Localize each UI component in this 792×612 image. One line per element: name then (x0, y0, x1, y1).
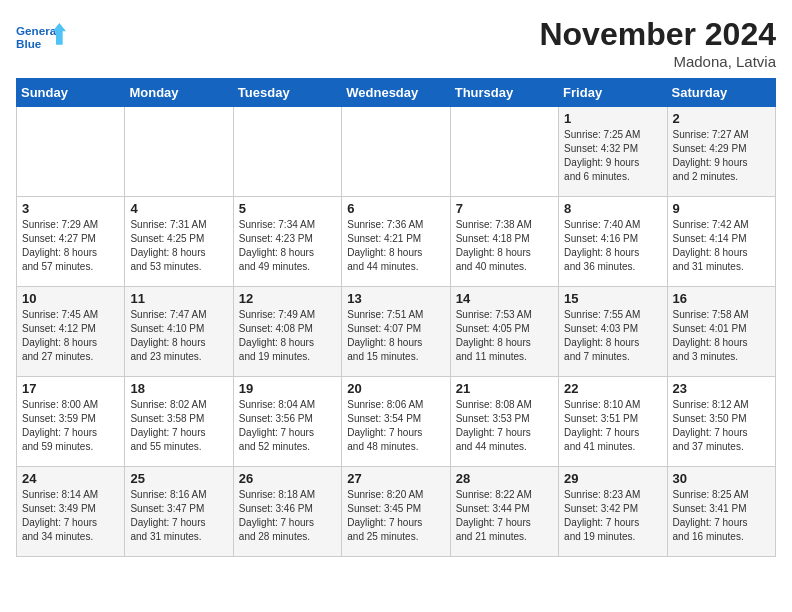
day-number: 5 (239, 201, 336, 216)
day-header-tuesday: Tuesday (233, 79, 341, 107)
calendar-cell: 18Sunrise: 8:02 AM Sunset: 3:58 PM Dayli… (125, 377, 233, 467)
day-info: Sunrise: 7:31 AM Sunset: 4:25 PM Dayligh… (130, 218, 227, 274)
day-info: Sunrise: 8:10 AM Sunset: 3:51 PM Dayligh… (564, 398, 661, 454)
day-header-monday: Monday (125, 79, 233, 107)
day-number: 6 (347, 201, 444, 216)
calendar-cell: 11Sunrise: 7:47 AM Sunset: 4:10 PM Dayli… (125, 287, 233, 377)
day-number: 8 (564, 201, 661, 216)
day-number: 26 (239, 471, 336, 486)
day-info: Sunrise: 8:25 AM Sunset: 3:41 PM Dayligh… (673, 488, 770, 544)
day-number: 11 (130, 291, 227, 306)
day-info: Sunrise: 7:38 AM Sunset: 4:18 PM Dayligh… (456, 218, 553, 274)
day-number: 27 (347, 471, 444, 486)
day-info: Sunrise: 7:34 AM Sunset: 4:23 PM Dayligh… (239, 218, 336, 274)
day-info: Sunrise: 8:02 AM Sunset: 3:58 PM Dayligh… (130, 398, 227, 454)
calendar-cell: 17Sunrise: 8:00 AM Sunset: 3:59 PM Dayli… (17, 377, 125, 467)
day-info: Sunrise: 8:14 AM Sunset: 3:49 PM Dayligh… (22, 488, 119, 544)
svg-text:Blue: Blue (16, 37, 42, 50)
calendar-cell: 29Sunrise: 8:23 AM Sunset: 3:42 PM Dayli… (559, 467, 667, 557)
calendar-cell: 26Sunrise: 8:18 AM Sunset: 3:46 PM Dayli… (233, 467, 341, 557)
day-number: 7 (456, 201, 553, 216)
day-info: Sunrise: 8:00 AM Sunset: 3:59 PM Dayligh… (22, 398, 119, 454)
day-info: Sunrise: 7:29 AM Sunset: 4:27 PM Dayligh… (22, 218, 119, 274)
day-info: Sunrise: 7:27 AM Sunset: 4:29 PM Dayligh… (673, 128, 770, 184)
calendar-cell: 9Sunrise: 7:42 AM Sunset: 4:14 PM Daylig… (667, 197, 775, 287)
day-header-thursday: Thursday (450, 79, 558, 107)
calendar-body: 1Sunrise: 7:25 AM Sunset: 4:32 PM Daylig… (17, 107, 776, 557)
calendar-cell: 19Sunrise: 8:04 AM Sunset: 3:56 PM Dayli… (233, 377, 341, 467)
calendar-cell: 4Sunrise: 7:31 AM Sunset: 4:25 PM Daylig… (125, 197, 233, 287)
calendar-cell: 27Sunrise: 8:20 AM Sunset: 3:45 PM Dayli… (342, 467, 450, 557)
calendar-cell: 6Sunrise: 7:36 AM Sunset: 4:21 PM Daylig… (342, 197, 450, 287)
day-number: 20 (347, 381, 444, 396)
day-number: 15 (564, 291, 661, 306)
day-number: 22 (564, 381, 661, 396)
calendar-cell: 7Sunrise: 7:38 AM Sunset: 4:18 PM Daylig… (450, 197, 558, 287)
logo: General Blue (16, 16, 66, 60)
day-number: 13 (347, 291, 444, 306)
calendar-header-row: SundayMondayTuesdayWednesdayThursdayFrid… (17, 79, 776, 107)
day-number: 1 (564, 111, 661, 126)
day-number: 23 (673, 381, 770, 396)
svg-text:General: General (16, 24, 59, 37)
day-info: Sunrise: 8:06 AM Sunset: 3:54 PM Dayligh… (347, 398, 444, 454)
day-header-friday: Friday (559, 79, 667, 107)
day-header-saturday: Saturday (667, 79, 775, 107)
day-number: 12 (239, 291, 336, 306)
calendar-week-row: 3Sunrise: 7:29 AM Sunset: 4:27 PM Daylig… (17, 197, 776, 287)
calendar-cell: 23Sunrise: 8:12 AM Sunset: 3:50 PM Dayli… (667, 377, 775, 467)
calendar-week-row: 17Sunrise: 8:00 AM Sunset: 3:59 PM Dayli… (17, 377, 776, 467)
day-info: Sunrise: 8:23 AM Sunset: 3:42 PM Dayligh… (564, 488, 661, 544)
calendar-cell: 28Sunrise: 8:22 AM Sunset: 3:44 PM Dayli… (450, 467, 558, 557)
day-number: 16 (673, 291, 770, 306)
day-number: 18 (130, 381, 227, 396)
day-number: 10 (22, 291, 119, 306)
calendar-cell: 14Sunrise: 7:53 AM Sunset: 4:05 PM Dayli… (450, 287, 558, 377)
day-info: Sunrise: 7:45 AM Sunset: 4:12 PM Dayligh… (22, 308, 119, 364)
calendar-cell: 1Sunrise: 7:25 AM Sunset: 4:32 PM Daylig… (559, 107, 667, 197)
calendar-cell (125, 107, 233, 197)
calendar-week-row: 10Sunrise: 7:45 AM Sunset: 4:12 PM Dayli… (17, 287, 776, 377)
calendar-cell (342, 107, 450, 197)
day-info: Sunrise: 7:47 AM Sunset: 4:10 PM Dayligh… (130, 308, 227, 364)
day-number: 9 (673, 201, 770, 216)
calendar-cell: 3Sunrise: 7:29 AM Sunset: 4:27 PM Daylig… (17, 197, 125, 287)
calendar-cell: 30Sunrise: 8:25 AM Sunset: 3:41 PM Dayli… (667, 467, 775, 557)
calendar-cell: 22Sunrise: 8:10 AM Sunset: 3:51 PM Dayli… (559, 377, 667, 467)
day-number: 14 (456, 291, 553, 306)
calendar-cell: 13Sunrise: 7:51 AM Sunset: 4:07 PM Dayli… (342, 287, 450, 377)
day-info: Sunrise: 7:40 AM Sunset: 4:16 PM Dayligh… (564, 218, 661, 274)
day-number: 29 (564, 471, 661, 486)
calendar-cell (233, 107, 341, 197)
day-number: 24 (22, 471, 119, 486)
calendar-cell: 2Sunrise: 7:27 AM Sunset: 4:29 PM Daylig… (667, 107, 775, 197)
day-number: 2 (673, 111, 770, 126)
day-info: Sunrise: 7:58 AM Sunset: 4:01 PM Dayligh… (673, 308, 770, 364)
logo-svg: General Blue (16, 16, 66, 60)
day-info: Sunrise: 7:55 AM Sunset: 4:03 PM Dayligh… (564, 308, 661, 364)
calendar-cell (450, 107, 558, 197)
calendar-cell: 5Sunrise: 7:34 AM Sunset: 4:23 PM Daylig… (233, 197, 341, 287)
day-info: Sunrise: 7:51 AM Sunset: 4:07 PM Dayligh… (347, 308, 444, 364)
month-title: November 2024 (539, 16, 776, 53)
day-header-sunday: Sunday (17, 79, 125, 107)
day-number: 21 (456, 381, 553, 396)
day-info: Sunrise: 8:04 AM Sunset: 3:56 PM Dayligh… (239, 398, 336, 454)
calendar-cell: 25Sunrise: 8:16 AM Sunset: 3:47 PM Dayli… (125, 467, 233, 557)
day-number: 17 (22, 381, 119, 396)
calendar-cell: 20Sunrise: 8:06 AM Sunset: 3:54 PM Dayli… (342, 377, 450, 467)
day-header-wednesday: Wednesday (342, 79, 450, 107)
day-info: Sunrise: 7:49 AM Sunset: 4:08 PM Dayligh… (239, 308, 336, 364)
day-info: Sunrise: 8:20 AM Sunset: 3:45 PM Dayligh… (347, 488, 444, 544)
day-info: Sunrise: 8:16 AM Sunset: 3:47 PM Dayligh… (130, 488, 227, 544)
subtitle: Madona, Latvia (539, 53, 776, 70)
header: General Blue November 2024 Madona, Latvi… (16, 16, 776, 70)
calendar-cell: 16Sunrise: 7:58 AM Sunset: 4:01 PM Dayli… (667, 287, 775, 377)
day-info: Sunrise: 8:22 AM Sunset: 3:44 PM Dayligh… (456, 488, 553, 544)
day-number: 19 (239, 381, 336, 396)
calendar-cell: 15Sunrise: 7:55 AM Sunset: 4:03 PM Dayli… (559, 287, 667, 377)
day-info: Sunrise: 7:36 AM Sunset: 4:21 PM Dayligh… (347, 218, 444, 274)
calendar-week-row: 24Sunrise: 8:14 AM Sunset: 3:49 PM Dayli… (17, 467, 776, 557)
calendar-week-row: 1Sunrise: 7:25 AM Sunset: 4:32 PM Daylig… (17, 107, 776, 197)
calendar-cell: 10Sunrise: 7:45 AM Sunset: 4:12 PM Dayli… (17, 287, 125, 377)
